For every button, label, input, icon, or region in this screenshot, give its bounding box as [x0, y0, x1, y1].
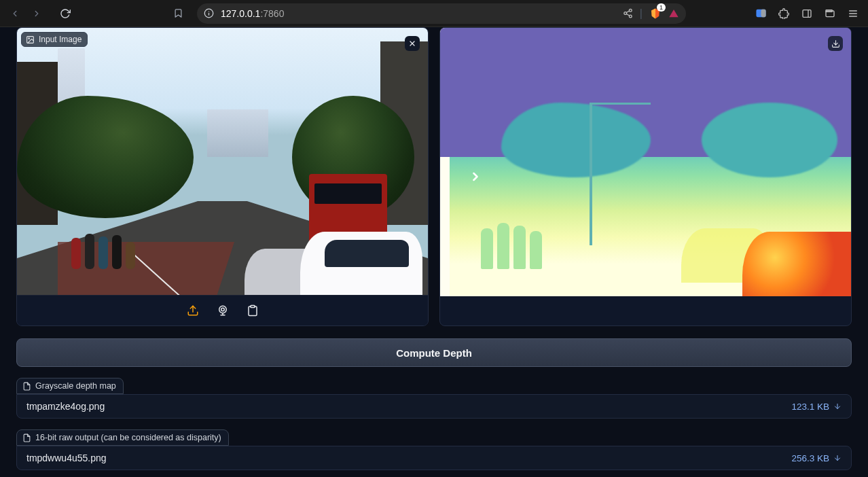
nav-arrows [5, 4, 46, 23]
url-text: 127.0.0.1:7860 [221, 8, 284, 19]
download-output-button[interactable] [828, 36, 843, 51]
page-body: Input Image [0, 27, 868, 477]
svg-rect-24 [251, 306, 255, 308]
file-icon [22, 382, 31, 391]
warning-triangle-icon[interactable] [668, 8, 679, 19]
browser-chrome: 127.0.0.1:7860 | 1 [0, 0, 868, 27]
download-arrow-icon [833, 402, 842, 410]
svg-line-6 [626, 14, 629, 15]
download-arrow-icon [833, 454, 842, 462]
nav-back-button[interactable] [5, 4, 24, 23]
depth-image-preview[interactable] [440, 28, 851, 296]
output-file-name: tmpdwwu4u55.png [26, 453, 791, 463]
bookmark-button[interactable] [168, 4, 187, 23]
webcam-icon[interactable] [215, 303, 230, 318]
output-file-label-text: 16-bit raw output (can be considered as … [35, 433, 221, 442]
svg-point-23 [221, 308, 224, 311]
shield-badge: 1 [657, 3, 666, 12]
translate-extension-icon[interactable] [751, 4, 770, 23]
input-image-label-chip: Input Image [21, 32, 88, 47]
svg-point-18 [29, 37, 30, 39]
output-file-label: Grayscale depth map [16, 378, 124, 394]
extensions-icon[interactable] [774, 4, 793, 23]
brave-shield-icon[interactable]: 1 [649, 7, 662, 20]
svg-rect-9 [761, 10, 765, 17]
svg-line-7 [626, 11, 629, 12]
output-file-label: 16-bit raw output (can be considered as … [16, 429, 229, 446]
svg-rect-10 [803, 10, 811, 17]
output-file-row[interactable]: tmpamzke4og.png 123.1 KB [16, 394, 852, 419]
nav-forward-button[interactable] [27, 4, 46, 23]
input-image-label-text: Input Image [39, 35, 82, 44]
svg-point-22 [219, 306, 226, 313]
compute-depth-label: Compute Depth [396, 347, 472, 359]
output-file-size[interactable]: 256.3 KB [791, 453, 842, 463]
image-icon [26, 35, 35, 44]
input-image-panel: Input Image [16, 27, 429, 326]
output-file-block: Grayscale depth map tmpamzke4og.png 123.… [16, 378, 852, 419]
file-icon [22, 434, 31, 442]
reload-button[interactable] [56, 4, 75, 23]
compute-depth-button[interactable]: Compute Depth [16, 338, 852, 367]
clear-image-button[interactable] [405, 36, 420, 51]
wallet-icon[interactable] [820, 4, 839, 23]
clipboard-icon[interactable] [245, 303, 260, 318]
output-file-name: tmpamzke4og.png [26, 401, 791, 412]
sidepanel-icon[interactable] [797, 4, 816, 23]
output-file-size[interactable]: 123.1 KB [791, 402, 842, 412]
image-tool-row [17, 295, 428, 325]
depth-output-panel [439, 27, 852, 326]
address-bar[interactable]: 127.0.0.1:7860 | 1 [197, 3, 686, 24]
input-image-preview[interactable] [17, 28, 428, 296]
menu-button[interactable] [844, 4, 863, 23]
share-icon[interactable] [623, 8, 633, 18]
slider-handle-icon[interactable] [467, 163, 484, 190]
upload-icon[interactable] [185, 303, 200, 318]
output-file-row[interactable]: tmpdwwu4u55.png 256.3 KB [16, 446, 852, 470]
output-file-block: 16-bit raw output (can be considered as … [16, 429, 852, 470]
output-file-label-text: Grayscale depth map [35, 381, 116, 391]
site-info-icon[interactable] [204, 8, 214, 18]
